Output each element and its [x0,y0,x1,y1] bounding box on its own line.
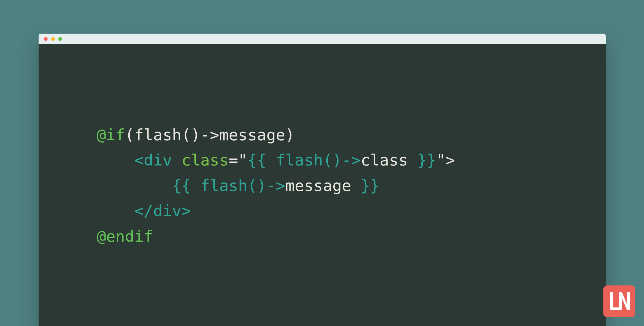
blade-open: {{ [247,151,276,169]
code-text: "> [436,151,455,169]
tag-close-open: </ [134,202,153,220]
code-expr: flash()-> [200,176,285,195]
blade-close: }} [408,151,436,169]
ln-logo-icon [603,285,635,317]
code-window: @if(flash()->message) <div class="{{ fla… [39,34,606,326]
zoom-icon[interactable] [58,37,62,41]
minimize-icon[interactable] [51,37,55,41]
indent [97,151,134,169]
code-expr: flash()-> [276,151,361,169]
code-editor: @if(flash()->message) <div class="{{ fla… [39,44,606,326]
indent [97,202,134,220]
tag-close-angle: > [182,202,191,220]
space [172,151,182,169]
close-icon[interactable] [44,37,48,41]
directive-if: @if [97,126,125,144]
code-block: @if(flash()->message) <div class="{{ fla… [97,122,606,249]
blade-close: }} [351,176,380,195]
code-text: =" [229,151,247,169]
code-text: (flash()->message) [125,126,295,144]
blade-open: {{ [172,176,200,195]
stage: @if(flash()->message) <div class="{{ fla… [0,0,644,326]
brand-logo [603,285,635,317]
window-titlebar [39,34,606,44]
attr-class: class [182,151,229,169]
code-prop: message [285,176,351,195]
tag-name-div: div [153,202,182,220]
directive-endif: @endif [97,227,153,245]
tag-open-angle: < [134,151,144,169]
indent [97,176,172,195]
tag-name-div: div [144,151,172,169]
code-prop: class [361,151,408,169]
